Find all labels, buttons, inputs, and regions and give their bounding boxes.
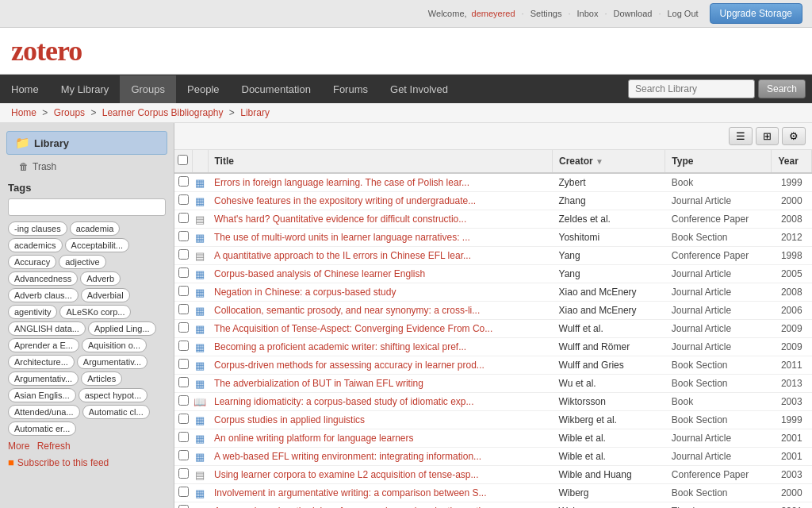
item-title-link[interactable]: Negation in Chinese: a corpus-based stud… (214, 287, 396, 298)
col-type[interactable]: Type (665, 150, 772, 173)
inbox-link[interactable]: Inbox (576, 9, 598, 18)
item-type: Journal Article (665, 429, 772, 448)
tag-item[interactable]: Applied Ling... (88, 321, 156, 336)
tag-item[interactable]: Aquisition o... (82, 338, 147, 352)
row-checkbox[interactable] (178, 505, 189, 508)
tag-item[interactable]: Accuracy (8, 255, 56, 269)
subscribe-link[interactable]: Subscribe to this feed (17, 457, 109, 468)
tags-more-link[interactable]: More (8, 441, 29, 452)
breadcrumb-library[interactable]: Library (240, 107, 270, 118)
logout-link[interactable]: Log Out (667, 9, 698, 18)
item-year: 1999 (772, 173, 812, 192)
row-checkbox[interactable] (178, 377, 189, 387)
settings-link[interactable]: Settings (530, 9, 562, 18)
tag-item[interactable]: academia (70, 221, 121, 236)
sidebar-trash-item[interactable]: 🗑 Trash (0, 158, 174, 175)
separator1: · (522, 9, 524, 18)
item-title-link[interactable]: Learning idiomaticity: a corpus-based st… (214, 396, 474, 407)
username-link[interactable]: demeyered (472, 9, 515, 18)
download-link[interactable]: Download (613, 9, 652, 18)
item-title-link[interactable]: Cohesive features in the expository writ… (214, 195, 476, 206)
tag-item[interactable]: Automatic er... (8, 421, 76, 436)
tag-item[interactable]: Aprender a E... (8, 338, 79, 352)
tags-search-input[interactable] (8, 198, 166, 216)
row-checkbox[interactable] (178, 267, 189, 278)
col-year[interactable]: Year (772, 150, 812, 173)
item-title-link[interactable]: A quantitative approach to the IL errors… (214, 250, 471, 261)
tag-item[interactable]: Adverbial (81, 288, 130, 302)
search-button[interactable]: Search (758, 79, 806, 98)
toolbar-settings-button[interactable]: ⚙ (782, 127, 806, 145)
tag-item[interactable]: Articles (81, 371, 122, 386)
row-checkbox[interactable] (178, 249, 189, 260)
toolbar-view-button[interactable]: ☰ (729, 127, 753, 145)
row-checkbox[interactable] (178, 450, 189, 460)
row-checkbox[interactable] (178, 194, 189, 205)
tag-item[interactable]: agentivity (8, 305, 57, 319)
row-checkbox[interactable] (178, 213, 189, 223)
tag-item[interactable]: Asian Englis... (8, 388, 76, 402)
tag-item[interactable]: Adverb (80, 271, 121, 286)
tag-item[interactable]: Advancedness (8, 271, 78, 286)
nav-forums[interactable]: Forums (322, 75, 379, 103)
row-checkbox[interactable] (178, 395, 189, 406)
row-checkbox[interactable] (178, 487, 189, 497)
toolbar-grid-button[interactable]: ⊞ (756, 127, 779, 145)
tag-item[interactable]: ANGLISH data... (8, 321, 86, 336)
tag-item[interactable]: academics (8, 238, 63, 252)
item-title-link[interactable]: Corpus-based analysis of Chinese learner… (214, 268, 425, 279)
item-title-link[interactable]: The adverbialization of BUT in Taiwan EF… (214, 378, 423, 389)
item-title-link[interactable]: The use of multi-word units in learner l… (214, 232, 470, 243)
nav-home[interactable]: Home (0, 75, 50, 103)
tag-item[interactable]: Acceptabilit... (65, 238, 129, 252)
breadcrumb-groups[interactable]: Groups (54, 107, 85, 118)
tag-item[interactable]: Adverb claus... (8, 288, 79, 302)
nav-get-involved[interactable]: Get Involved (379, 75, 459, 103)
nav-my-library[interactable]: My Library (50, 75, 121, 103)
row-checkbox[interactable] (178, 322, 189, 333)
tag-item[interactable]: Argumentativ... (8, 371, 79, 386)
row-checkbox[interactable] (178, 468, 189, 479)
tag-item[interactable]: Argumentativ... (77, 355, 147, 369)
tag-item[interactable]: ALeSKo corp... (59, 305, 131, 319)
nav-groups[interactable]: Groups (120, 75, 176, 103)
item-title-link[interactable]: Using learner corpora to examine L2 acqu… (214, 469, 479, 480)
upgrade-storage-button[interactable]: Upgrade Storage (710, 3, 802, 24)
sidebar-library-item[interactable]: 📁 Library (6, 131, 167, 155)
item-title-link[interactable]: The Acquisition of Tense-Aspect: Converg… (214, 323, 492, 334)
breadcrumb-lcb[interactable]: Learner Corpus Bibliography (102, 107, 224, 118)
select-all-checkbox[interactable] (178, 155, 188, 165)
row-checkbox[interactable] (178, 432, 189, 442)
row-checkbox[interactable] (178, 341, 189, 351)
breadcrumb-home[interactable]: Home (11, 107, 36, 118)
row-checkbox[interactable] (178, 414, 189, 424)
item-title-link[interactable]: A web-based EFL writing environment: int… (214, 451, 481, 462)
col-title[interactable]: Title (208, 150, 553, 173)
nav-documentation[interactable]: Documentation (231, 75, 322, 103)
item-title-link[interactable]: Errors in foreign language learning. The… (214, 177, 469, 188)
tag-item[interactable]: Automatic cl... (82, 405, 150, 419)
row-checkbox[interactable] (178, 231, 189, 241)
item-title-link[interactable]: Involvement in argumentative writing: a … (214, 487, 487, 498)
item-title-link[interactable]: Becoming a proficient academic writer: s… (214, 341, 466, 352)
tag-item[interactable]: Attended/una... (8, 405, 80, 419)
tag-item[interactable]: aspect hypot... (79, 388, 148, 402)
row-checkbox[interactable] (178, 304, 189, 314)
row-checkbox[interactable] (178, 176, 189, 187)
row-checkbox[interactable] (178, 359, 189, 369)
col-creator[interactable]: Creator ▼ (553, 150, 665, 173)
tag-item[interactable]: Architecture... (8, 355, 75, 369)
tag-item[interactable]: adjective (59, 255, 105, 269)
item-title-link[interactable]: Corpus-driven methods for assessing accu… (214, 360, 485, 371)
nav-people[interactable]: People (176, 75, 230, 103)
item-type: Conference Paper (665, 210, 772, 229)
tag-item[interactable]: -ing clauses (8, 221, 67, 236)
item-title-link[interactable]: What's hard? Quantitative evidence for d… (214, 214, 466, 225)
tags-refresh-link[interactable]: Refresh (37, 441, 71, 452)
search-input[interactable] (628, 79, 755, 98)
item-title-link[interactable]: Corpus studies in applied linguistics (214, 414, 365, 425)
item-title-link[interactable]: An online writing platform for language … (214, 433, 413, 444)
row-checkbox[interactable] (178, 286, 189, 296)
item-title-link[interactable]: Collocation, semantic prosody, and near … (214, 305, 480, 316)
table-row: ▦The adverbialization of BUT in Taiwan E… (174, 375, 812, 393)
